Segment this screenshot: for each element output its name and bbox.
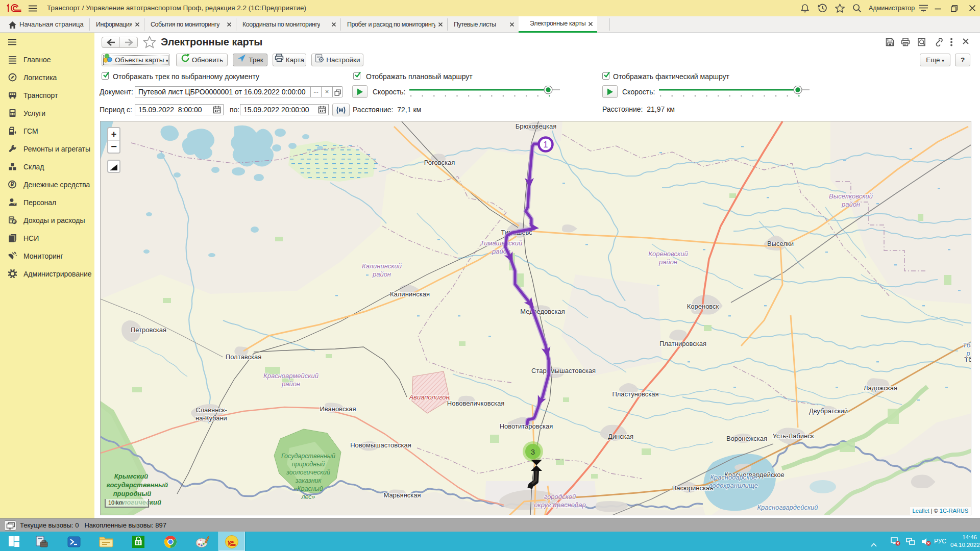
- svg-text:Калининская: Калининская: [390, 290, 430, 298]
- svg-text:округ Краснодар: округ Краснодар: [534, 501, 585, 509]
- svg-text:заказник: заказник: [295, 477, 322, 484]
- svg-text:«Красный: «Красный: [293, 485, 323, 492]
- svg-text:Калининский: Калининский: [362, 262, 402, 270]
- svg-text:Пластуновская: Пластуновская: [612, 390, 658, 398]
- svg-text:Брюховецкая: Брюховецкая: [516, 122, 557, 130]
- svg-text:зоологический: зоологический: [286, 469, 330, 476]
- svg-text:Усть-Лабинск: Усть-Лабинск: [773, 432, 814, 440]
- svg-text:Платнировская: Платнировская: [659, 340, 706, 347]
- svg-text:Васюринская: Васюринская: [672, 484, 714, 492]
- svg-text:район: район: [281, 380, 300, 388]
- svg-text:Медведовская: Медведовская: [520, 308, 565, 315]
- svg-text:Государственный: Государственный: [281, 453, 335, 460]
- svg-text:лес»: лес»: [301, 493, 315, 500]
- svg-text:Нововеличковская: Нововеличковская: [447, 399, 504, 407]
- svg-text:₽: ₽: [13, 219, 16, 224]
- svg-text:Выселковский: Выселковский: [829, 192, 873, 200]
- svg-text:Петровская: Петровская: [131, 326, 166, 334]
- svg-text:район: район: [372, 270, 391, 278]
- svg-text:Кореновск: Кореновск: [687, 303, 719, 310]
- svg-text:природный: природный: [113, 490, 152, 497]
- svg-text:Динская: Динская: [608, 433, 633, 440]
- svg-text:Кореновский: Кореновский: [648, 250, 688, 258]
- svg-text:Выселки: Выселки: [767, 240, 794, 247]
- svg-text:P: P: [14, 202, 16, 206]
- svg-text:на-Кубани: на-Кубани: [195, 414, 227, 422]
- svg-text:р: р: [966, 349, 970, 357]
- svg-text:водохранилище: водохранилище: [709, 482, 758, 489]
- svg-text:3: 3: [531, 447, 535, 456]
- svg-text:Славянск-: Славянск-: [195, 406, 227, 414]
- svg-text:Марьянская: Марьянская: [383, 491, 421, 499]
- svg-text:Красногвардейский: Красногвардейский: [757, 504, 818, 511]
- svg-text:Краснодарское: Краснодарское: [710, 473, 757, 481]
- svg-text:Авиаполигон: Авиаполигон: [408, 393, 449, 401]
- svg-text:₽: ₽: [11, 181, 14, 187]
- svg-text:Роговская: Роговская: [424, 159, 455, 166]
- svg-text:Старомышастовская: Старомышастовская: [531, 367, 596, 374]
- svg-text:Ивановская: Ивановская: [320, 405, 356, 413]
- svg-text:район: район: [658, 258, 677, 266]
- svg-text:Красноармейский: Красноармейский: [263, 372, 318, 380]
- svg-text:городской: городской: [544, 493, 576, 500]
- svg-text:Тимашёвский: Тимашёвский: [480, 239, 523, 247]
- svg-text:Новомышастовская: Новомышастовская: [350, 441, 411, 449]
- svg-text:район: район: [841, 201, 860, 208]
- svg-text:Полтавская: Полтавская: [226, 353, 261, 361]
- svg-text:Воронежская: Воронежская: [726, 435, 767, 442]
- svg-text:Тби: Тби: [963, 341, 971, 349]
- svg-text:государственный: государственный: [107, 481, 168, 489]
- svg-text:Двубратский: Двубратский: [809, 407, 848, 415]
- svg-text:Крымский: Крымский: [114, 472, 148, 480]
- svg-text:Ладожская: Ладожская: [864, 384, 897, 392]
- svg-text:1: 1: [544, 140, 548, 149]
- svg-text:природный: природный: [292, 461, 325, 468]
